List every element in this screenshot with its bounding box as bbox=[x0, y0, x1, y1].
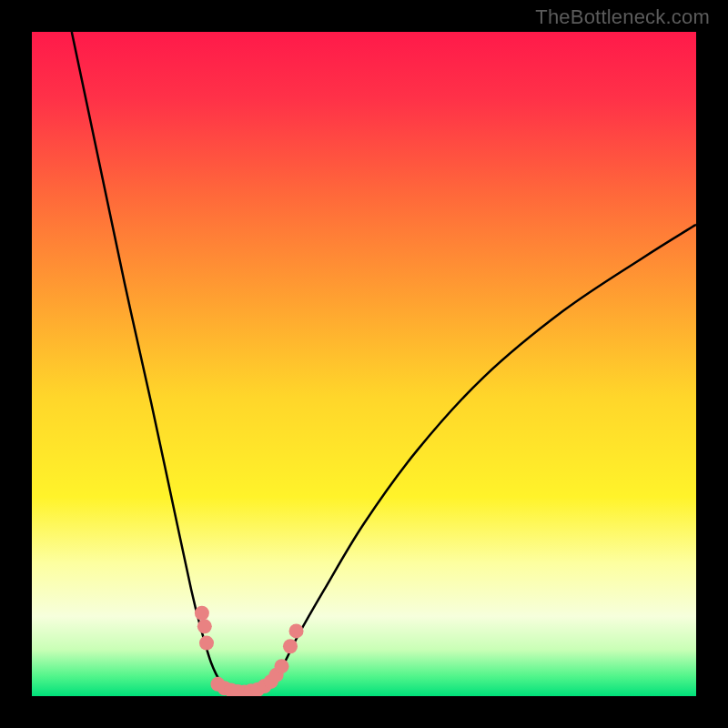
scatter-dot bbox=[274, 659, 288, 673]
scatter-dot bbox=[283, 639, 298, 653]
chart-svg bbox=[32, 32, 696, 696]
scatter-dot bbox=[289, 623, 304, 638]
watermark-text: TheBottleneck.com bbox=[535, 5, 710, 29]
scatter-dot bbox=[195, 606, 209, 621]
gradient-background bbox=[32, 32, 696, 696]
chart-frame: TheBottleneck.com bbox=[0, 0, 728, 728]
scatter-dot bbox=[197, 619, 212, 633]
scatter-dot bbox=[199, 636, 214, 651]
plot-area bbox=[32, 32, 696, 696]
